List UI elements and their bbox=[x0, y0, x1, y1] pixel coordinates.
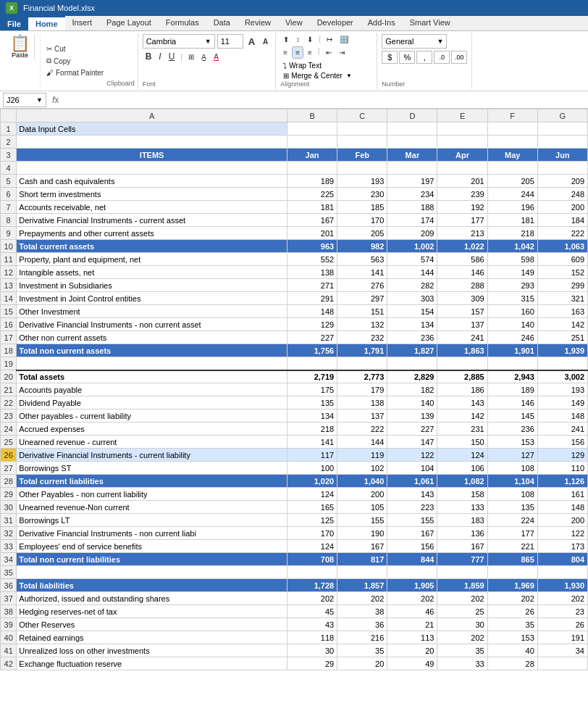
table-cell[interactable] bbox=[287, 162, 337, 175]
row-header[interactable]: 15 bbox=[1, 305, 17, 318]
table-cell[interactable]: 297 bbox=[337, 292, 387, 305]
table-cell[interactable]: 248 bbox=[537, 188, 587, 201]
table-cell[interactable]: 1,063 bbox=[537, 240, 587, 253]
table-cell[interactable]: Unearned revenue-Non current bbox=[17, 501, 287, 514]
comma-button[interactable]: , bbox=[416, 51, 432, 64]
table-cell[interactable]: 125 bbox=[287, 514, 337, 527]
table-cell[interactable]: 227 bbox=[387, 423, 437, 436]
table-cell[interactable]: 124 bbox=[437, 449, 487, 462]
table-cell[interactable]: 148 bbox=[537, 409, 587, 423]
border-button[interactable]: ⊞ bbox=[185, 51, 197, 62]
table-cell[interactable]: 232 bbox=[337, 331, 387, 344]
row-header[interactable]: 6 bbox=[1, 188, 17, 201]
table-cell[interactable]: 185 bbox=[337, 201, 387, 214]
table-cell[interactable]: 29 bbox=[287, 657, 337, 670]
table-cell[interactable]: 163 bbox=[537, 305, 587, 318]
col-header-a[interactable]: A bbox=[17, 109, 287, 122]
table-cell[interactable]: 136 bbox=[437, 527, 487, 540]
decrease-indent-button[interactable]: ⇤ bbox=[323, 46, 335, 59]
col-header-b[interactable]: B bbox=[287, 109, 337, 122]
table-cell[interactable]: Accounts payable bbox=[17, 383, 287, 396]
table-cell[interactable]: 146 bbox=[437, 266, 487, 279]
table-cell[interactable]: Investment in Subsidiaries bbox=[17, 279, 287, 292]
table-cell[interactable]: 609 bbox=[537, 253, 587, 266]
table-cell[interactable]: Feb bbox=[337, 149, 387, 162]
table-cell[interactable]: 193 bbox=[337, 175, 387, 188]
table-cell[interactable]: 202 bbox=[287, 592, 337, 605]
table-cell[interactable] bbox=[17, 136, 287, 149]
table-cell[interactable]: 192 bbox=[437, 201, 487, 214]
table-cell[interactable]: Short term investments bbox=[17, 188, 287, 201]
table-cell[interactable]: 303 bbox=[387, 292, 437, 305]
row-header[interactable]: 18 bbox=[1, 344, 17, 357]
col-header-e[interactable]: E bbox=[437, 109, 487, 122]
table-cell[interactable]: 23 bbox=[537, 605, 587, 618]
cell-reference-box[interactable]: J26 ▼ bbox=[3, 93, 46, 107]
table-cell[interactable]: 174 bbox=[387, 214, 437, 227]
table-cell[interactable]: 151 bbox=[337, 305, 387, 318]
row-header[interactable]: 41 bbox=[1, 644, 17, 657]
table-cell[interactable]: Other Payables - non current liability bbox=[17, 488, 287, 501]
tab-home[interactable]: Home bbox=[28, 16, 65, 30]
table-cell[interactable]: 110 bbox=[537, 462, 587, 475]
table-cell[interactable]: Accounts receivable, net bbox=[17, 201, 287, 214]
table-cell[interactable]: Mar bbox=[387, 149, 437, 162]
bold-button[interactable]: B bbox=[143, 50, 155, 63]
table-cell[interactable] bbox=[437, 566, 487, 579]
row-header[interactable]: 14 bbox=[1, 292, 17, 305]
table-cell[interactable] bbox=[537, 566, 587, 579]
table-cell[interactable]: 1,863 bbox=[437, 344, 487, 357]
table-cell[interactable]: 167 bbox=[437, 540, 487, 553]
table-cell[interactable] bbox=[337, 136, 387, 149]
table-cell[interactable]: 1,791 bbox=[337, 344, 387, 357]
table-cell[interactable]: 106 bbox=[437, 462, 487, 475]
table-cell[interactable] bbox=[437, 162, 487, 175]
table-cell[interactable]: 137 bbox=[437, 318, 487, 331]
table-cell[interactable] bbox=[17, 357, 287, 370]
table-cell[interactable]: 244 bbox=[487, 188, 537, 201]
table-cell[interactable]: 216 bbox=[337, 631, 387, 644]
table-cell[interactable]: 222 bbox=[337, 423, 387, 436]
row-header[interactable]: 30 bbox=[1, 501, 17, 514]
table-cell[interactable]: 1,002 bbox=[387, 240, 437, 253]
formula-input[interactable] bbox=[64, 93, 585, 107]
table-cell[interactable]: 236 bbox=[387, 331, 437, 344]
table-cell[interactable]: 134 bbox=[287, 409, 337, 423]
table-cell[interactable]: 165 bbox=[287, 501, 337, 514]
table-cell[interactable]: 148 bbox=[537, 501, 587, 514]
tab-file[interactable]: File bbox=[0, 16, 28, 30]
row-header[interactable]: 24 bbox=[1, 423, 17, 436]
number-format-dropdown[interactable]: General ▼ bbox=[382, 34, 447, 49]
wrap-text-button[interactable]: ⤵ Wrap Text bbox=[280, 61, 372, 70]
table-cell[interactable]: 124 bbox=[287, 488, 337, 501]
table-cell[interactable]: 708 bbox=[287, 553, 337, 566]
table-cell[interactable]: 552 bbox=[287, 253, 337, 266]
row-header[interactable]: 40 bbox=[1, 631, 17, 644]
table-cell[interactable]: 35 bbox=[437, 644, 487, 657]
table-cell[interactable] bbox=[437, 357, 487, 370]
table-cell[interactable]: Apr bbox=[437, 149, 487, 162]
table-cell[interactable]: 122 bbox=[387, 449, 437, 462]
row-header[interactable]: 26 bbox=[1, 449, 17, 462]
table-cell[interactable]: Prepayments and other current assets bbox=[17, 227, 287, 240]
table-cell[interactable]: 271 bbox=[287, 279, 337, 292]
table-cell[interactable]: 241 bbox=[537, 423, 587, 436]
table-cell[interactable]: 28 bbox=[487, 657, 537, 670]
table-cell[interactable]: 200 bbox=[337, 488, 387, 501]
decrease-font-button[interactable]: A bbox=[260, 36, 271, 47]
italic-button[interactable]: I bbox=[156, 50, 164, 63]
table-cell[interactable]: 148 bbox=[287, 305, 337, 318]
table-cell[interactable]: 139 bbox=[387, 409, 437, 423]
table-cell[interactable]: 104 bbox=[387, 462, 437, 475]
table-cell[interactable]: 1,859 bbox=[437, 579, 487, 592]
table-cell[interactable]: 1,756 bbox=[287, 344, 337, 357]
table-cell[interactable]: 149 bbox=[487, 266, 537, 279]
table-cell[interactable]: 227 bbox=[287, 331, 337, 344]
table-cell[interactable]: Borrowings ST bbox=[17, 462, 287, 475]
row-header[interactable]: 4 bbox=[1, 162, 17, 175]
table-cell[interactable] bbox=[537, 357, 587, 370]
row-header[interactable]: 19 bbox=[1, 357, 17, 370]
table-cell[interactable]: Derivative Financial Instruments - non c… bbox=[17, 318, 287, 331]
table-cell[interactable]: 21 bbox=[387, 618, 437, 631]
table-cell[interactable]: 117 bbox=[287, 449, 337, 462]
